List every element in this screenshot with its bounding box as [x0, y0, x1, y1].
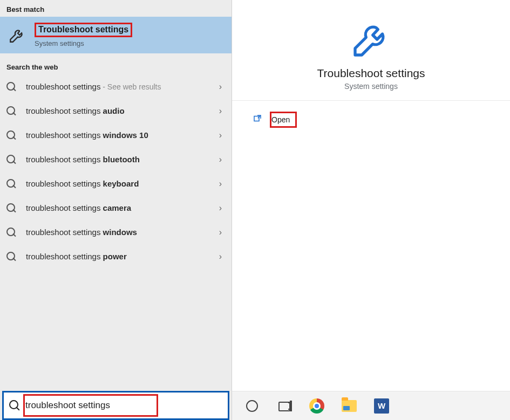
chrome-icon: [309, 398, 324, 414]
detail-actions: Open: [232, 101, 510, 128]
wrench-icon: [8, 25, 27, 45]
search-icon: [6, 106, 16, 116]
svg-rect-0: [254, 116, 259, 121]
search-icon: [6, 228, 16, 237]
chevron-right-icon[interactable]: ›: [219, 106, 222, 116]
web-result-label: troubleshoot settings audio: [26, 106, 125, 115]
search-web-header: Search the web: [0, 53, 232, 74]
chevron-right-icon[interactable]: ›: [219, 252, 222, 261]
web-result-item[interactable]: troubleshoot settings windows 10 ›: [0, 123, 232, 147]
detail-title: Troubleshoot settings: [317, 67, 425, 80]
web-result-label: troubleshoot settings camera: [26, 203, 131, 212]
annotation-highlight: [23, 394, 158, 417]
open-label: Open: [271, 115, 290, 124]
wrench-icon: [349, 16, 394, 61]
search-icon: [6, 130, 16, 140]
best-match-title: Troubleshoot settings: [35, 23, 132, 38]
web-result-label: troubleshoot settings keyboard: [26, 179, 139, 188]
detail-header: Troubleshoot settings System settings: [232, 0, 510, 101]
web-result-item[interactable]: troubleshoot settings bluetooth ›: [0, 147, 232, 171]
open-action[interactable]: Open: [253, 112, 510, 128]
search-icon: [9, 400, 20, 411]
detail-subtitle: System settings: [344, 82, 398, 91]
chevron-right-icon[interactable]: ›: [219, 130, 222, 140]
word-icon: W: [374, 398, 389, 414]
chevron-right-icon[interactable]: ›: [219, 179, 222, 189]
taskbar: W: [232, 391, 510, 420]
best-match-header: Best match: [0, 0, 232, 17]
best-match-subtitle: System settings: [35, 39, 132, 47]
word-button[interactable]: W: [372, 397, 391, 415]
web-result-label: troubleshoot settings power: [26, 252, 127, 261]
web-results-list: troubleshoot settings - See web results …: [0, 74, 232, 268]
web-result-label: troubleshoot settings - See web results: [26, 82, 161, 91]
search-icon: [6, 179, 16, 189]
search-icon: [6, 203, 16, 213]
chevron-right-icon[interactable]: ›: [219, 203, 222, 213]
web-result-item[interactable]: troubleshoot settings camera ›: [0, 196, 232, 220]
result-detail-panel: Troubleshoot settings System settings Op…: [232, 0, 510, 420]
best-match-text: Troubleshoot settings System settings: [35, 23, 132, 48]
folder-icon: [342, 400, 357, 412]
search-results-column: Best match Troubleshoot settings System …: [0, 0, 232, 420]
chevron-right-icon[interactable]: ›: [219, 155, 222, 164]
chrome-button[interactable]: [308, 397, 326, 415]
file-explorer-button[interactable]: [340, 397, 358, 415]
web-result-item[interactable]: troubleshoot settings - See web results …: [0, 74, 232, 99]
web-result-label: troubleshoot settings windows 10: [26, 130, 148, 140]
cortana-button[interactable]: [243, 397, 261, 415]
spacer: [0, 268, 232, 391]
web-result-item[interactable]: troubleshoot settings keyboard ›: [0, 171, 232, 196]
task-view-button[interactable]: [275, 397, 294, 415]
web-result-item[interactable]: troubleshoot settings audio ›: [0, 99, 232, 123]
web-result-label: troubleshoot settings bluetooth: [26, 155, 140, 164]
search-icon: [6, 155, 16, 164]
start-search-panel: Best match Troubleshoot settings System …: [0, 0, 510, 420]
circle-icon: [246, 400, 258, 412]
search-icon: [6, 252, 16, 261]
open-icon: [253, 114, 262, 126]
web-result-label: troubleshoot settings windows: [26, 228, 137, 237]
task-view-icon: [277, 401, 292, 411]
search-bar[interactable]: [2, 391, 229, 420]
best-match-result[interactable]: Troubleshoot settings System settings: [0, 17, 232, 53]
chevron-right-icon[interactable]: ›: [219, 82, 222, 92]
annotation-highlight: Open: [270, 112, 297, 128]
web-result-item[interactable]: troubleshoot settings power ›: [0, 244, 232, 268]
web-result-item[interactable]: troubleshoot settings windows ›: [0, 220, 232, 244]
search-icon: [6, 82, 16, 92]
chevron-right-icon[interactable]: ›: [219, 228, 222, 237]
